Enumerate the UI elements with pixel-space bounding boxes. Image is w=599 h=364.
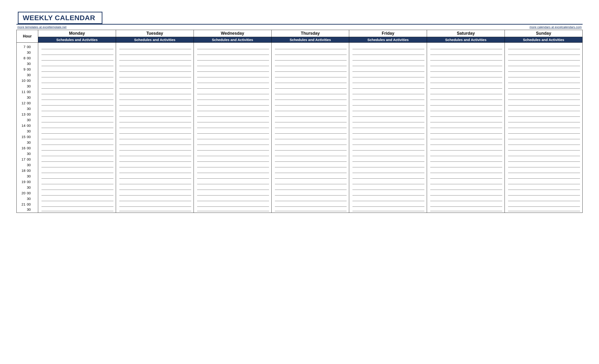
schedule-cell[interactable] [505,157,583,162]
schedule-cell[interactable] [194,55,271,61]
schedule-cell[interactable] [116,179,194,185]
schedule-cell[interactable] [349,157,427,162]
schedule-cell[interactable] [38,190,116,196]
schedule-cell[interactable] [271,162,349,168]
schedule-cell[interactable] [271,173,349,179]
schedule-cell[interactable] [505,173,583,179]
schedule-cell[interactable] [349,202,427,207]
schedule-cell[interactable] [38,179,116,185]
schedule-cell[interactable] [194,190,271,196]
schedule-cell[interactable] [427,207,505,213]
schedule-cell[interactable] [38,83,116,89]
schedule-cell[interactable] [194,173,271,179]
schedule-cell[interactable] [194,128,271,134]
schedule-cell[interactable] [427,78,505,83]
schedule-cell[interactable] [349,207,427,213]
schedule-cell[interactable] [505,207,583,213]
schedule-cell[interactable] [427,173,505,179]
schedule-cell[interactable] [38,95,116,100]
schedule-cell[interactable] [38,134,116,140]
schedule-cell[interactable] [194,196,271,202]
schedule-cell[interactable] [116,123,194,128]
schedule-cell[interactable] [194,72,271,78]
schedule-cell[interactable] [505,128,583,134]
schedule-cell[interactable] [349,61,427,67]
schedule-cell[interactable] [116,140,194,145]
schedule-cell[interactable] [194,100,271,106]
schedule-cell[interactable] [349,190,427,196]
schedule-cell[interactable] [194,202,271,207]
schedule-cell[interactable] [427,72,505,78]
schedule-cell[interactable] [116,151,194,157]
schedule-cell[interactable] [271,196,349,202]
schedule-cell[interactable] [271,145,349,151]
schedule-cell[interactable] [349,78,427,83]
schedule-cell[interactable] [116,83,194,89]
schedule-cell[interactable] [349,196,427,202]
schedule-cell[interactable] [427,55,505,61]
schedule-cell[interactable] [194,123,271,128]
schedule-cell[interactable] [427,43,505,50]
more-templates-link[interactable]: more templates at exceltemplate.net [17,25,67,29]
schedule-cell[interactable] [194,50,271,55]
schedule-cell[interactable] [116,196,194,202]
schedule-cell[interactable] [505,78,583,83]
schedule-cell[interactable] [427,145,505,151]
schedule-cell[interactable] [116,67,194,72]
schedule-cell[interactable] [271,72,349,78]
schedule-cell[interactable] [505,196,583,202]
schedule-cell[interactable] [427,61,505,67]
schedule-cell[interactable] [349,72,427,78]
schedule-cell[interactable] [271,202,349,207]
schedule-cell[interactable] [427,190,505,196]
schedule-cell[interactable] [349,128,427,134]
schedule-cell[interactable] [38,78,116,83]
schedule-cell[interactable] [349,145,427,151]
schedule-cell[interactable] [349,100,427,106]
schedule-cell[interactable] [349,55,427,61]
schedule-cell[interactable] [194,67,271,72]
schedule-cell[interactable] [349,95,427,100]
schedule-cell[interactable] [349,140,427,145]
schedule-cell[interactable] [38,100,116,106]
schedule-cell[interactable] [427,95,505,100]
schedule-cell[interactable] [194,78,271,83]
schedule-cell[interactable] [194,140,271,145]
schedule-cell[interactable] [349,179,427,185]
schedule-cell[interactable] [271,61,349,67]
schedule-cell[interactable] [349,112,427,117]
schedule-cell[interactable] [271,67,349,72]
schedule-cell[interactable] [505,106,583,112]
schedule-cell[interactable] [427,157,505,162]
schedule-cell[interactable] [427,196,505,202]
schedule-cell[interactable] [427,128,505,134]
schedule-cell[interactable] [271,43,349,50]
schedule-cell[interactable] [505,162,583,168]
schedule-cell[interactable] [116,78,194,83]
schedule-cell[interactable] [427,112,505,117]
schedule-cell[interactable] [271,100,349,106]
schedule-cell[interactable] [116,100,194,106]
schedule-cell[interactable] [349,168,427,173]
schedule-cell[interactable] [38,145,116,151]
schedule-cell[interactable] [116,168,194,173]
schedule-cell[interactable] [116,157,194,162]
schedule-cell[interactable] [116,95,194,100]
schedule-cell[interactable] [427,140,505,145]
schedule-cell[interactable] [505,168,583,173]
schedule-cell[interactable] [271,50,349,55]
schedule-cell[interactable] [505,117,583,123]
schedule-cell[interactable] [38,168,116,173]
schedule-cell[interactable] [427,106,505,112]
schedule-cell[interactable] [349,123,427,128]
schedule-cell[interactable] [349,67,427,72]
schedule-cell[interactable] [271,134,349,140]
schedule-cell[interactable] [38,173,116,179]
schedule-cell[interactable] [38,117,116,123]
schedule-cell[interactable] [38,196,116,202]
schedule-cell[interactable] [116,173,194,179]
schedule-cell[interactable] [194,151,271,157]
schedule-cell[interactable] [271,185,349,190]
schedule-cell[interactable] [271,151,349,157]
schedule-cell[interactable] [38,89,116,95]
